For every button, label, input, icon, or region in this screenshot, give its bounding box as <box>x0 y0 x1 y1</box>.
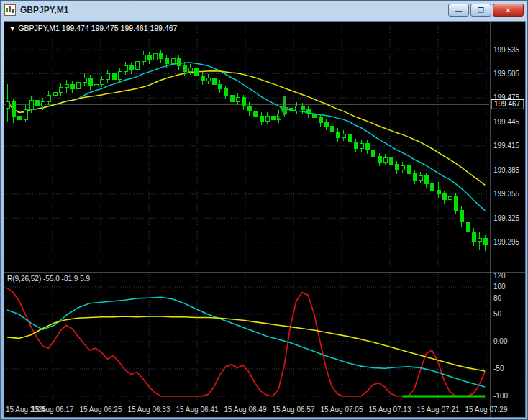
svg-text:15 Aug 06:57: 15 Aug 06:57 <box>273 406 315 414</box>
svg-text:120: 120 <box>493 272 506 280</box>
svg-text:199.415: 199.415 <box>493 142 520 150</box>
window-title: GBPJPY,M1 <box>20 5 68 15</box>
indicator-header: R(9,26,52) -55.0 -81.9 5.9 <box>7 275 91 283</box>
svg-text:▼ GBPJPY,M1 199.474 199.475 19: ▼ GBPJPY,M1 199.474 199.475 199.461 199.… <box>9 24 178 32</box>
svg-text:100: 100 <box>493 283 506 291</box>
svg-text:15 Aug 07:13: 15 Aug 07:13 <box>369 406 411 414</box>
svg-text:R(9,26,52) -55.0 -81.9 5.9: R(9,26,52) -55.0 -81.9 5.9 <box>7 275 91 283</box>
grid-layer <box>4 22 489 401</box>
price-axis: 199.535199.505199.475199.445199.415199.3… <box>493 46 520 247</box>
svg-text:199.535: 199.535 <box>493 46 520 54</box>
svg-text:15 Aug 06:33: 15 Aug 06:33 <box>128 406 170 414</box>
indicator-axis: 12010080500.00-50-100 <box>493 272 508 400</box>
svg-text:50: 50 <box>493 310 502 318</box>
svg-text:15 Aug 06:17: 15 Aug 06:17 <box>32 406 74 414</box>
app-icon <box>4 4 16 16</box>
minimize-button[interactable]: — <box>448 4 469 17</box>
svg-text:15 Aug 07:21: 15 Aug 07:21 <box>417 406 460 414</box>
svg-text:199.295: 199.295 <box>493 238 520 246</box>
price-chart[interactable]: *199.535199.505199.475199.445199.415199.… <box>4 22 525 417</box>
svg-text:-100: -100 <box>493 392 508 400</box>
svg-text:15 Aug 07:05: 15 Aug 07:05 <box>321 406 363 414</box>
candles-layer <box>6 50 487 251</box>
chart-client-area: *199.535199.505199.475199.445199.415199.… <box>4 21 526 418</box>
svg-text:199.355: 199.355 <box>493 190 520 198</box>
svg-text:*: * <box>276 113 281 124</box>
svg-text:-50: -50 <box>493 365 504 373</box>
yellow-line <box>7 316 485 371</box>
svg-text:199.467: 199.467 <box>494 100 521 108</box>
star-icon: * <box>276 113 281 124</box>
window-controls: — ❐ ✕ <box>448 4 524 17</box>
svg-text:199.505: 199.505 <box>493 70 520 78</box>
indicator-layer <box>7 288 485 396</box>
svg-text:15 Aug 07:29: 15 Aug 07:29 <box>465 406 508 414</box>
svg-text:0.00: 0.00 <box>493 337 508 345</box>
time-axis: 15 Aug 202515 Aug 06:1715 Aug 06:2515 Au… <box>6 406 508 414</box>
cyan-line <box>7 297 485 387</box>
svg-text:80: 80 <box>493 294 502 302</box>
mt4-window: GBPJPY,M1 — ❐ ✕ *199.535199.505199.47519… <box>0 0 528 420</box>
svg-text:15 Aug 06:41: 15 Aug 06:41 <box>176 406 219 414</box>
candlestick-mini-icon <box>5 5 15 15</box>
svg-text:199.325: 199.325 <box>493 214 520 222</box>
svg-text:199.445: 199.445 <box>493 118 520 126</box>
r-line-red <box>7 288 485 396</box>
close-button[interactable]: ✕ <box>493 4 524 17</box>
svg-text:199.385: 199.385 <box>493 166 520 174</box>
svg-text:15 Aug 06:49: 15 Aug 06:49 <box>224 406 267 414</box>
current-price-box: 199.467 <box>491 99 524 109</box>
maximize-button[interactable]: ❐ <box>470 4 491 17</box>
window-titlebar[interactable]: GBPJPY,M1 — ❐ ✕ <box>1 1 527 19</box>
svg-text:15 Aug 06:25: 15 Aug 06:25 <box>80 406 122 414</box>
chart-header: ▼ GBPJPY,M1 199.474 199.475 199.461 199.… <box>9 24 178 32</box>
